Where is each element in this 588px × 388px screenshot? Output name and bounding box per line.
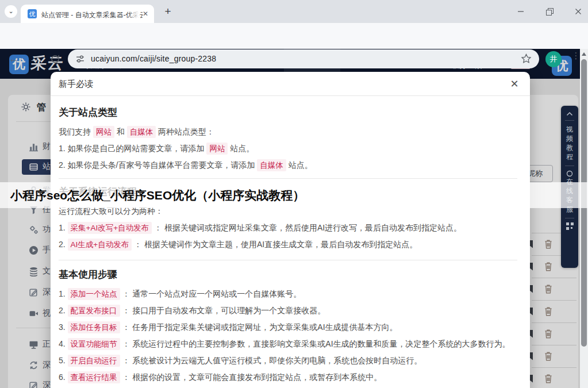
section-heading-basic-steps: 基本使用步骤 bbox=[59, 267, 517, 282]
tab-close-icon[interactable]: ✕ bbox=[141, 10, 149, 18]
tag-collect-rewrite-publish: 采集+AI改写+自动发布 bbox=[68, 222, 152, 234]
tag-set-details: 设置功能细节 bbox=[68, 338, 120, 350]
close-icon[interactable]: ✕ bbox=[508, 78, 521, 90]
site-settings-icon[interactable] bbox=[75, 54, 85, 64]
list-item: 2. 如果你是头条/百家号等自媒体平台需要文章，请添加 自媒体 站点。 bbox=[59, 157, 517, 174]
url-text[interactable]: ucaiyun.com/caiji/site_group-2238 bbox=[91, 54, 216, 63]
section-heading-site-types: 关于站点类型 bbox=[59, 105, 517, 120]
back-icon[interactable]: ← bbox=[7, 52, 21, 66]
tab-search-button[interactable]: ⌄ bbox=[5, 5, 17, 18]
window-close-button[interactable] bbox=[565, 0, 588, 23]
scrollbar-up-arrow[interactable] bbox=[582, 52, 586, 56]
address-bar[interactable]: ucaiyun.com/caiji/site_group-2238 bbox=[68, 49, 539, 68]
browser-tabstrip: ⌄ 优 站点管理 - 自动文章采集器-优采云 ✕ + bbox=[0, 0, 588, 23]
step-item: 2. 配置发布接口 ： 接口用于自动发布文章，可以理解为一个文章接收器。 bbox=[59, 302, 517, 319]
step-item: 3. 添加任务目标 ： 任务用于指定采集关键词或指定网址，为文章采集或AI生成提… bbox=[59, 319, 517, 336]
tab-title-fade bbox=[128, 9, 139, 20]
tag-config-api: 配置发布接口 bbox=[68, 305, 120, 317]
modal-body: 关于站点类型 我们支持 网站 和 自媒体 两种站点类型： 1. 如果你是自己的网… bbox=[51, 105, 530, 386]
browser-toolbar: ← → ucaiyun.com/caiji/site_group-2238 井 … bbox=[0, 23, 588, 49]
browser-profile-avatar[interactable]: 井 bbox=[545, 51, 562, 67]
modal-header: 新手必读 ✕ bbox=[51, 72, 530, 96]
list-item: 2. AI生成+自动发布 ： 根据关键词作为文章主题，使用AI直接生成文章，最后… bbox=[59, 236, 517, 253]
list-item: 1. 采集+AI改写+自动发布 ： 根据关键词或指定网址采集文章，然后使用AI进… bbox=[59, 220, 517, 236]
page-scrollbar[interactable] bbox=[580, 49, 588, 388]
section-divider bbox=[59, 178, 517, 179]
forward-icon: → bbox=[28, 52, 41, 66]
window-minimize-button[interactable] bbox=[508, 0, 533, 23]
tag-we-media: 自媒体 bbox=[257, 159, 286, 171]
tag-add-task: 添加任务目标 bbox=[68, 321, 120, 333]
tag-add-site: 添加一个站点 bbox=[68, 288, 120, 300]
new-tab-button[interactable]: + bbox=[161, 5, 175, 18]
section-divider bbox=[59, 260, 517, 260]
list-item: 1. 如果你是自己的网站需要文章，请添加 网站 站点。 bbox=[59, 140, 517, 157]
site-types-intro: 我们支持 网站 和 自媒体 两种站点类型： bbox=[59, 124, 517, 140]
screenshot-frame: 管 财 站 发 任 功 手 文 深 视 正 深 bbox=[0, 0, 588, 388]
browser-tab[interactable]: 优 站点管理 - 自动文章采集器-优采云 ✕ bbox=[21, 5, 154, 23]
tag-we-media: 自媒体 bbox=[127, 126, 156, 138]
overlay-article-title: 小程序seo怎么做_小程序SEO优化（小程序实战教程） bbox=[10, 182, 305, 208]
browser-menu-icon[interactable]: ⋮ bbox=[571, 52, 581, 66]
modal-title: 新手必读 bbox=[59, 72, 93, 96]
tag-ai-generate-publish: AI生成+自动发布 bbox=[68, 239, 132, 251]
step-item: 1. 添加一个站点 ： 通常一个站点对应一个网站或一个自媒体账号。 bbox=[59, 286, 517, 302]
tag-website: 网站 bbox=[206, 143, 228, 155]
tag-view-results: 查看运行结果 bbox=[68, 371, 120, 383]
step-item: 6. 查看运行结果 ： 根据你的设置，文章可能会直接发布到指定站点，或暂存到本系… bbox=[59, 369, 517, 386]
tag-auto-run: 开启自动运行 bbox=[68, 355, 120, 367]
site-favicon: 优 bbox=[28, 9, 37, 18]
bookmark-star-icon[interactable] bbox=[521, 53, 532, 64]
tag-website: 网站 bbox=[93, 126, 114, 138]
overlay-title-band: 小程序seo怎么做_小程序SEO优化（小程序实战教程） bbox=[0, 182, 588, 208]
step-item: 4. 设置功能细节 ： 系统运行过程中的主要控制参数，直接影响文章采集或AI生成… bbox=[59, 336, 517, 352]
newbie-guide-modal: 新手必读 ✕ 关于站点类型 我们支持 网站 和 自媒体 两种站点类型： 1. 如… bbox=[51, 72, 530, 388]
window-restore-button[interactable] bbox=[536, 0, 562, 23]
step-item: 5. 开启自动运行 ： 系统被设计为云端无人值守运行模式，即使你关闭电脑，系统也… bbox=[59, 352, 517, 369]
reload-icon[interactable] bbox=[48, 52, 62, 66]
